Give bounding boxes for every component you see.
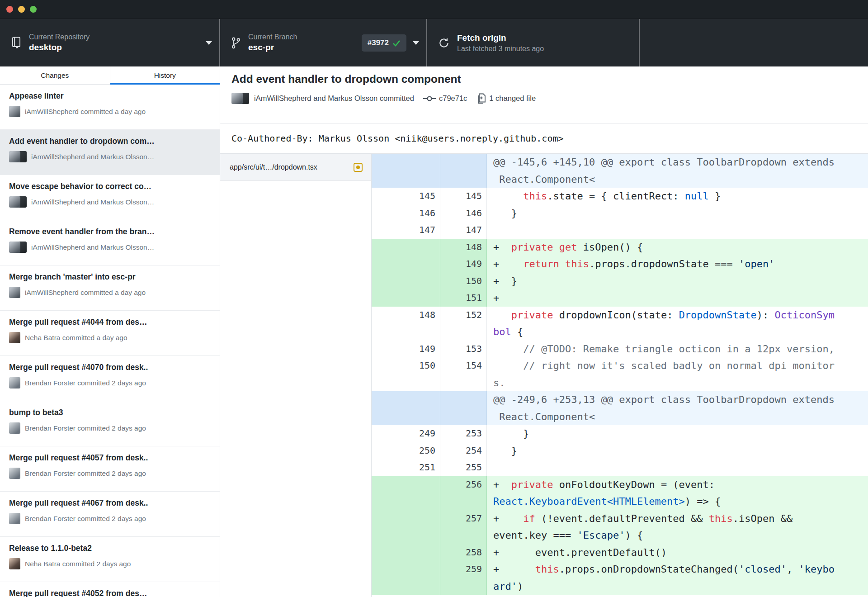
minimize-window-button[interactable] bbox=[18, 6, 25, 13]
diff-line: React.Component< bbox=[372, 171, 868, 188]
changed-files-panel: app/src/ui/t…/dropdown.tsx bbox=[220, 154, 372, 597]
old-line-number bbox=[372, 154, 440, 171]
file-list-item[interactable]: app/src/ui/t…/dropdown.tsx bbox=[220, 154, 371, 181]
old-line-number: 146 bbox=[372, 205, 440, 222]
diff-line: React.Component< bbox=[372, 408, 868, 426]
pr-status-badge[interactable]: #3972 bbox=[362, 34, 406, 52]
diff-code-text: event.key === 'Escape') { bbox=[487, 527, 868, 544]
commit-list-item[interactable]: Merge pull request #4044 from des…Neha B… bbox=[0, 311, 220, 356]
diff-code-text: private dropdownIcon(state: DropdownStat… bbox=[487, 307, 868, 324]
close-window-button[interactable] bbox=[6, 6, 13, 13]
diff-code-text: React.Component< bbox=[487, 171, 868, 188]
commit-author-line: Brendan Forster committed 2 days ago bbox=[25, 515, 146, 523]
commit-meta: iAmWillShepherd and Markus Olsson commit… bbox=[231, 93, 868, 104]
old-line-number: 147 bbox=[372, 222, 440, 239]
commit-list-item[interactable]: bump to beta3Brendan Forster committed 2… bbox=[0, 401, 220, 446]
diff-line: 145145 this.state = { clientRect: null } bbox=[372, 188, 868, 205]
diff-code-text: s. bbox=[487, 374, 868, 392]
diff-code-text: bol { bbox=[487, 323, 868, 341]
new-line-number: 254 bbox=[440, 442, 487, 460]
diff-line: 250254 } bbox=[372, 442, 868, 460]
commit-list-item[interactable]: Release to 1.1.0-beta2Neha Batra committ… bbox=[0, 537, 220, 582]
diff-line: event.key === 'Escape') { bbox=[372, 527, 868, 544]
new-line-number: 258 bbox=[440, 544, 487, 561]
diff-line: React.KeyboardEvent<HTMLElement>) => { bbox=[372, 493, 868, 510]
commit-summary: Appease linter bbox=[9, 91, 213, 101]
old-line-number bbox=[372, 476, 440, 493]
branch-icon bbox=[231, 37, 241, 49]
commit-author-line: iAmWillShepherd committed a day ago bbox=[25, 108, 146, 116]
zoom-window-button[interactable] bbox=[30, 6, 37, 13]
commit-sha: c79e71c bbox=[439, 94, 467, 103]
diff-line: 150+ } bbox=[372, 273, 868, 290]
sidebar: ChangesHistory Appease linteriAmWillShep… bbox=[0, 66, 220, 597]
fetch-origin-label: Fetch origin bbox=[457, 33, 544, 43]
new-line-number bbox=[440, 408, 487, 426]
tab-history[interactable]: History bbox=[110, 66, 220, 84]
old-line-number: 148 bbox=[372, 307, 440, 324]
tab-changes[interactable]: Changes bbox=[0, 66, 110, 84]
commit-list-item[interactable]: Merge pull request #4052 from des… bbox=[0, 582, 220, 597]
old-line-number bbox=[372, 256, 440, 273]
diff-line: 146146 } bbox=[372, 205, 868, 222]
old-line-number bbox=[372, 493, 440, 510]
diff-line: 150154 // right now it's scaled badly on… bbox=[372, 357, 868, 374]
commit-list-item[interactable]: Remove event handler from the bran…iAmWi… bbox=[0, 220, 220, 265]
new-line-number: 146 bbox=[440, 205, 487, 222]
commit-title: Add event handler to dropdown component bbox=[231, 73, 868, 85]
commit-summary: Add event handler to dropdown com… bbox=[9, 137, 213, 146]
toolbar: Current Repository desktop Current Branc… bbox=[0, 19, 868, 66]
commit-summary: Remove event handler from the bran… bbox=[9, 227, 213, 237]
diff-code-text: + this.props.onDropdownStateChanged('clo… bbox=[487, 561, 868, 578]
old-line-number: 145 bbox=[372, 188, 440, 205]
check-icon bbox=[392, 39, 401, 47]
commit-author-line: iAmWillShepherd and Markus Olsson… bbox=[31, 198, 154, 206]
fetch-origin-button[interactable]: Fetch origin Last fetched 3 minutes ago bbox=[427, 19, 640, 66]
diff-line: 148+ private get isOpen() { bbox=[372, 239, 868, 256]
changed-files-count: 1 changed file bbox=[489, 94, 536, 103]
git-commit-icon bbox=[423, 95, 436, 102]
commit-list-item[interactable]: Merge pull request #4067 from desk..Bren… bbox=[0, 492, 220, 537]
commit-author-line: Brendan Forster committed 2 days ago bbox=[25, 424, 146, 432]
diff-code-text: React.Component< bbox=[487, 408, 868, 426]
chevron-down-icon bbox=[413, 41, 419, 45]
diff-code-text: + } bbox=[487, 273, 868, 290]
diff-code-text: React.KeyboardEvent<HTMLElement>) => { bbox=[487, 493, 868, 510]
commit-byline: iAmWillShepherd and Markus Olsson commit… bbox=[254, 94, 414, 103]
old-line-number bbox=[372, 323, 440, 341]
commit-summary: bump to beta3 bbox=[9, 408, 213, 417]
diff-code-text: // @TODO: Remake triangle octicon in a 1… bbox=[487, 341, 868, 358]
new-line-number bbox=[440, 171, 487, 188]
diff-code-text: + return this.props.dropdownState === 'o… bbox=[487, 256, 868, 273]
commit-list-item[interactable]: Merge branch 'master' into esc-priAmWill… bbox=[0, 265, 220, 311]
diff-code-text bbox=[487, 222, 868, 239]
file-diff-area: app/src/ui/t…/dropdown.tsx @@ -145,6 +14… bbox=[220, 154, 868, 597]
diff-code-text: + private onFoldoutKeyDown = (event: bbox=[487, 476, 868, 493]
commit-summary: Merge pull request #4057 from desk.. bbox=[9, 453, 213, 463]
current-repository-button[interactable]: Current Repository desktop bbox=[0, 19, 220, 66]
old-line-number bbox=[372, 544, 440, 561]
old-line-number bbox=[372, 374, 440, 392]
commit-list-item[interactable]: Add event handler to dropdown com…iAmWil… bbox=[0, 130, 220, 175]
diff-code-text: @@ -249,6 +253,13 @@ export class Toolba… bbox=[487, 391, 868, 408]
current-branch-button[interactable]: Current Branch esc-pr #3972 bbox=[220, 19, 427, 66]
commit-summary: Merge pull request #4052 from des… bbox=[9, 589, 213, 597]
avatar bbox=[9, 106, 20, 117]
diff-line: 149153 // @TODO: Remake triangle octicon… bbox=[372, 341, 868, 358]
avatar bbox=[9, 151, 27, 162]
commit-list-item[interactable]: Merge pull request #4070 from desk..Bren… bbox=[0, 356, 220, 401]
old-line-number: 150 bbox=[372, 357, 440, 374]
changed-file-icon bbox=[476, 93, 486, 104]
modified-file-icon bbox=[354, 163, 363, 172]
diff-line: 249253 } bbox=[372, 425, 868, 442]
old-line-number: 251 bbox=[372, 459, 440, 476]
commit-list-item[interactable]: Move escape behavior to correct co…iAmWi… bbox=[0, 175, 220, 220]
new-line-number: 149 bbox=[440, 256, 487, 273]
new-line-number bbox=[440, 323, 487, 341]
commit-list-item[interactable]: Appease linteriAmWillShepherd committed … bbox=[0, 85, 220, 130]
current-branch-label: Current Branch bbox=[248, 33, 297, 41]
commit-list-item[interactable]: Merge pull request #4057 from desk..Bren… bbox=[0, 446, 220, 492]
diff-code-text: @@ -145,6 +145,10 @@ export class Toolba… bbox=[487, 154, 868, 171]
new-line-number: 145 bbox=[440, 188, 487, 205]
diff-line: 147147 bbox=[372, 222, 868, 239]
